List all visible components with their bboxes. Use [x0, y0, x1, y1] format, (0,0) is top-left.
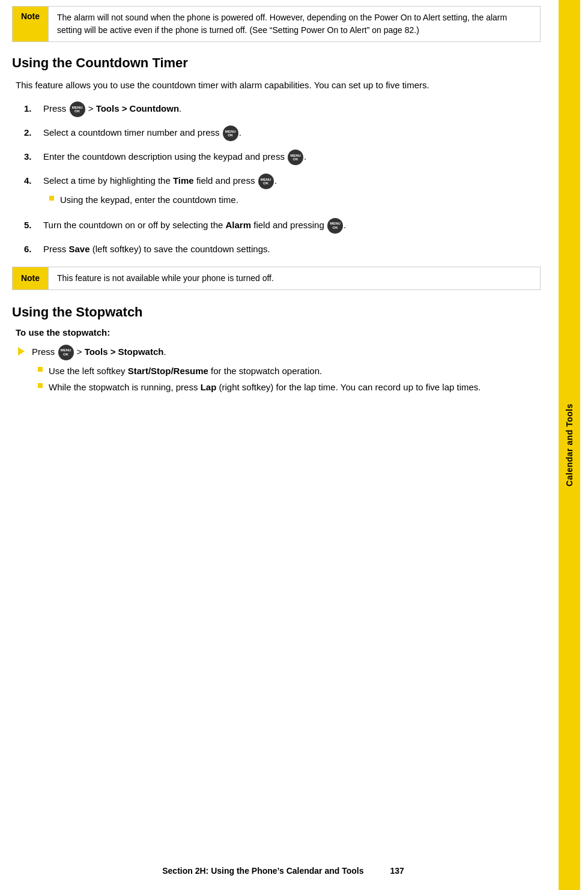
step-4-num: 4. [24, 174, 43, 187]
bullet-icon [38, 383, 43, 388]
menu-icon-1: MENUOK [70, 101, 85, 117]
side-tab: Calendar and Tools [559, 0, 580, 890]
menu-icon-5: MENUOK [327, 218, 343, 234]
step-6: 6. Press Save (left softkey) to save the… [24, 242, 541, 256]
top-note-content: The alarm will not sound when the phone … [49, 7, 540, 41]
step-5: 5. Turn the countdown on or off by selec… [24, 218, 541, 234]
stopwatch-heading: Using the Stopwatch [12, 304, 541, 320]
footer-page-num: 137 [390, 866, 404, 876]
stopwatch-bullet-1: Use the left softkey Start/Stop/Resume f… [38, 364, 481, 378]
stopwatch-subbullets: Use the left softkey Start/Stop/Resume f… [38, 364, 481, 395]
step-3-num: 3. [24, 150, 43, 163]
menu-icon-4: MENUOK [258, 174, 274, 189]
page-wrapper: Note The alarm will not sound when the p… [0, 0, 588, 890]
inline-note-box: Note This feature is not available while… [12, 267, 541, 290]
step-1-num: 1. [24, 101, 43, 115]
stopwatch-arrow-list: Press MENUOK > Tools > Stopwatch. Use th… [18, 345, 541, 397]
stopwatch-arrow-content: Press MENUOK > Tools > Stopwatch. Use th… [32, 345, 481, 397]
step-4: 4. Select a time by highlighting the Tim… [24, 174, 541, 209]
step-3: 3. Enter the countdown description using… [24, 150, 541, 165]
bullet-icon [49, 196, 54, 201]
step-2-content: Select a countdown timer number and pres… [43, 126, 541, 141]
stopwatch-arrow-item: Press MENUOK > Tools > Stopwatch. Use th… [18, 345, 541, 397]
countdown-heading: Using the Countdown Timer [12, 55, 541, 71]
countdown-intro: This feature allows you to use the count… [12, 78, 541, 92]
stopwatch-bullet-2: While the stopwatch is running, press La… [38, 380, 481, 394]
step-6-content: Press Save (left softkey) to save the co… [43, 242, 541, 256]
countdown-steps: 1. Press MENUOK > Tools > Countdown. 2. … [24, 101, 541, 256]
step-6-num: 6. [24, 242, 43, 256]
step-4-bullet-1-text: Using the keypad, enter the countdown ti… [60, 193, 238, 207]
step-1: 1. Press MENUOK > Tools > Countdown. [24, 101, 541, 117]
step-2-num: 2. [24, 126, 43, 139]
step-3-content: Enter the countdown description using th… [43, 150, 541, 165]
step-5-content: Turn the countdown on or off by selectin… [43, 218, 541, 234]
step-5-num: 5. [24, 218, 43, 232]
menu-icon-stopwatch: MENUOK [58, 345, 74, 360]
arrow-icon [18, 347, 25, 356]
step-2: 2. Select a countdown timer number and p… [24, 126, 541, 141]
inline-note-content: This feature is not available while your… [49, 267, 282, 289]
side-tab-label: Calendar and Tools [565, 404, 574, 486]
top-note-label: Note [13, 7, 49, 41]
top-note-box: Note The alarm will not sound when the p… [12, 6, 541, 42]
step-4-subbullets: Using the keypad, enter the countdown ti… [49, 193, 541, 207]
step-1-content: Press MENUOK > Tools > Countdown. [43, 101, 541, 117]
step-4-bullet-1: Using the keypad, enter the countdown ti… [49, 193, 541, 207]
page-footer: Section 2H: Using the Phone’s Calendar a… [0, 866, 566, 876]
menu-icon-2: MENUOK [223, 126, 238, 141]
menu-icon-3: MENUOK [288, 150, 303, 165]
stopwatch-bullet-2-text: While the stopwatch is running, press La… [49, 380, 481, 394]
main-content: Note The alarm will not sound when the p… [0, 0, 559, 890]
stopwatch-intro: To use the stopwatch: [12, 327, 541, 338]
step-4-content: Select a time by highlighting the Time f… [43, 174, 541, 209]
footer-section: Section 2H: Using the Phone’s Calendar a… [162, 866, 363, 876]
bullet-icon [38, 367, 43, 372]
stopwatch-bullet-1-text: Use the left softkey Start/Stop/Resume f… [49, 364, 322, 378]
inline-note-label: Note [13, 267, 49, 289]
